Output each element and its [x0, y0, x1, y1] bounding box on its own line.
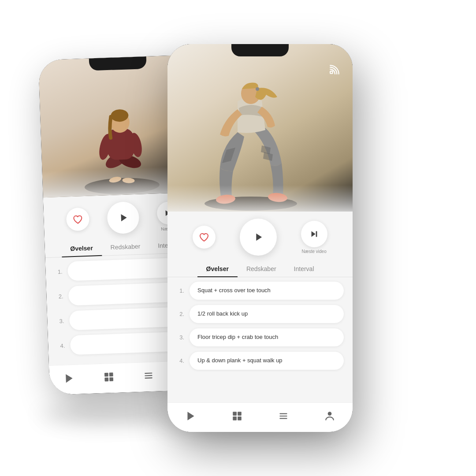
phone2-video-gradient: [167, 185, 353, 212]
svg-point-28: [256, 87, 259, 91]
phone1-notch: [89, 56, 147, 71]
phone1-heart-button[interactable]: [66, 208, 89, 231]
svg-rect-35: [233, 416, 237, 420]
phone2-next-circle[interactable]: [301, 221, 327, 247]
phone1-nav-list-icon[interactable]: [138, 367, 158, 384]
svg-rect-19: [145, 372, 152, 374]
svg-rect-37: [279, 413, 287, 414]
svg-point-40: [327, 412, 331, 416]
phone2-next-button[interactable]: Næste video: [301, 221, 327, 254]
phone2-exercise-number-2: 2.: [176, 311, 184, 317]
svg-rect-23: [330, 71, 332, 73]
phone2-exercise-pill-2[interactable]: 1/2 roll back kick up: [190, 305, 344, 323]
svg-marker-30: [311, 231, 315, 237]
phone2-tab-redskaber[interactable]: Redskaber: [238, 261, 285, 277]
phone2-heart-button[interactable]: [193, 226, 216, 249]
phone2-exercise-pill-4[interactable]: Up & down plank + squat walk up: [190, 352, 344, 370]
phone2-exercise-4: 4. Up & down plank + squat walk up: [176, 352, 344, 370]
phone1-nav-layout-icon[interactable]: [99, 369, 119, 386]
phone2-exercise-number-3: 3.: [176, 334, 184, 341]
phone2-play-button[interactable]: [240, 219, 277, 256]
svg-marker-11: [121, 214, 126, 222]
phone2-nav-layout-icon[interactable]: [227, 408, 247, 424]
phone2: Næste video Øvelser Redskaber Interval 1…: [167, 44, 353, 432]
phone1-exercise-number-4: 4.: [57, 342, 65, 349]
phone2-exercise-number-1: 1.: [176, 287, 184, 294]
phone1-tab-redskaber[interactable]: Redskaber: [101, 238, 149, 256]
phone1-shadow: [40, 406, 190, 424]
svg-rect-34: [238, 412, 242, 416]
phone2-playback-controls: Næste video: [167, 212, 353, 259]
phone1-exercise-number-3: 3.: [56, 317, 64, 324]
phone2-nav-list-icon[interactable]: [274, 408, 293, 424]
phone1-nav-play-icon[interactable]: [59, 370, 79, 387]
phone2-tab-interval[interactable]: Interval: [285, 261, 323, 277]
svg-rect-21: [145, 377, 152, 379]
phone2-bottom-nav: [167, 402, 353, 432]
svg-rect-31: [316, 231, 317, 237]
scene: Næste v Øvelser Redskaber Interval 1.: [0, 0, 476, 476]
phone2-exercise-3: 3. Floor tricep dip + crab toe touch: [176, 328, 344, 346]
phone2-exercise-1: 1. Squat + cross over toe touch: [176, 282, 344, 300]
svg-rect-16: [109, 372, 113, 376]
svg-rect-15: [104, 373, 108, 377]
phone2-tab-ovelser[interactable]: Øvelser: [197, 261, 238, 277]
phone2-exercise-2: 2. 1/2 roll back kick up: [176, 305, 344, 323]
phone2-exercise-number-4: 4.: [176, 357, 184, 364]
svg-rect-18: [109, 377, 113, 381]
phone2-exercise-list: 1. Squat + cross over toe touch 2. 1/2 r…: [167, 277, 353, 402]
phone2-tabs: Øvelser Redskaber Interval: [167, 261, 353, 277]
svg-rect-20: [145, 375, 152, 376]
svg-marker-14: [66, 374, 73, 383]
phone1-tab-ovelser[interactable]: Øvelser: [61, 240, 102, 257]
svg-rect-39: [279, 418, 287, 419]
phone1-exercise-number-1: 1.: [54, 268, 63, 275]
phone2-notch: [231, 44, 289, 56]
phone2-controls-area: Næste video Øvelser Redskaber Interval 1…: [167, 212, 353, 432]
phone2-nav-person-icon[interactable]: [320, 408, 339, 424]
svg-rect-17: [104, 377, 108, 381]
svg-rect-38: [279, 416, 287, 416]
phone2-cast-icon[interactable]: [328, 63, 342, 75]
svg-rect-36: [238, 416, 242, 420]
phone2-next-label: Næste video: [302, 249, 327, 254]
phone2-screen: Næste video Øvelser Redskaber Interval 1…: [167, 44, 353, 432]
svg-marker-32: [187, 412, 194, 420]
phone2-exercise-pill-1[interactable]: Squat + cross over toe touch: [190, 282, 344, 300]
phone1-play-button[interactable]: [107, 201, 139, 234]
svg-rect-33: [233, 412, 237, 416]
phone2-nav-play-icon[interactable]: [181, 408, 201, 424]
phone2-video: [167, 44, 353, 212]
phone2-exercise-pill-3[interactable]: Floor tricep dip + crab toe touch: [190, 328, 344, 346]
phone1-exercise-number-2: 2.: [55, 293, 63, 300]
svg-marker-29: [256, 234, 262, 241]
